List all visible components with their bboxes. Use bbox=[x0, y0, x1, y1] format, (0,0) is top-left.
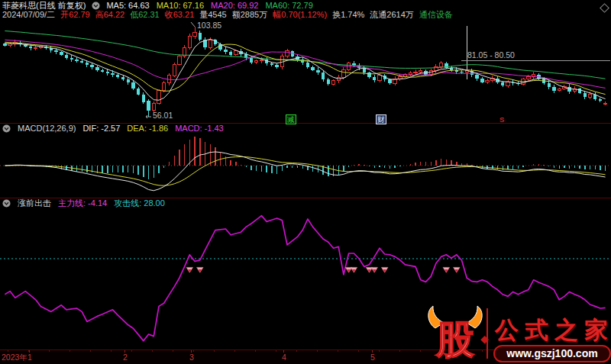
axis-minor-tick bbox=[338, 350, 338, 352]
axis-month-label: 3 bbox=[189, 353, 194, 362]
axis-minor-tick bbox=[152, 350, 153, 352]
diamond-marker bbox=[197, 267, 203, 272]
indicator-title: 涨前出击 bbox=[18, 198, 51, 209]
axis-minor-tick bbox=[8, 350, 8, 352]
axis-minor-tick bbox=[234, 350, 235, 352]
watermark-site-name: 公式之家 bbox=[495, 314, 611, 346]
diamond-marker bbox=[382, 267, 388, 272]
daily-info-bar: 2024/07/09/二开62.79高64.22低62.31收63.21量454… bbox=[2, 10, 453, 19]
macd-readout: MACD: -1.43 bbox=[175, 124, 224, 133]
axis-month-label: 1 bbox=[27, 353, 32, 362]
dif-line bbox=[5, 152, 605, 191]
diamond-markers bbox=[186, 267, 460, 272]
gu-character: 股 bbox=[435, 317, 474, 362]
diamond-separator-icon: ◆ bbox=[480, 333, 489, 345]
axis-minor-tick bbox=[399, 350, 400, 352]
bull-logo: 股 bbox=[423, 304, 487, 364]
axis-month-label: 5 bbox=[370, 353, 375, 362]
axis-minor-tick bbox=[90, 350, 91, 352]
axis-tick bbox=[29, 350, 30, 353]
gap-zone-label: 81.05 - 80.50 bbox=[467, 50, 515, 60]
macd-title: MACD(12,26,9) bbox=[18, 124, 76, 133]
gongji-readout: 攻击线: 28.00 bbox=[114, 198, 165, 209]
axis-minor-tick bbox=[379, 350, 380, 352]
collapse-macd-pane-icon[interactable] bbox=[2, 124, 11, 133]
indicator-pane-header: 涨前出击 主力线: -4.14 攻击线: 28.00 bbox=[2, 198, 165, 208]
trough-price-label: 56.01 bbox=[153, 111, 173, 120]
signal-marker: 财 bbox=[376, 114, 386, 124]
axis-minor-tick bbox=[317, 350, 318, 352]
macd-histogram bbox=[5, 137, 605, 179]
diamond-marker bbox=[186, 267, 192, 272]
axis-minor-tick bbox=[276, 350, 276, 352]
ma10-line bbox=[5, 42, 605, 94]
axis-minor-tick bbox=[420, 350, 421, 352]
axis-minor-tick bbox=[173, 350, 173, 352]
diamond-icon bbox=[600, 3, 609, 13]
axis-minor-tick bbox=[193, 350, 194, 352]
signal-marker: 减 bbox=[286, 114, 296, 124]
axis-month-label: 4 bbox=[282, 353, 286, 362]
dea-line bbox=[5, 156, 605, 185]
dif-readout: DIF: -2.57 bbox=[82, 124, 120, 133]
info-token: 低62.31 bbox=[130, 9, 160, 21]
axis-month-label: 2 bbox=[123, 353, 128, 362]
axis-minor-tick bbox=[111, 350, 112, 352]
info-token: 换1.74% bbox=[332, 9, 364, 21]
info-token: 开62.79 bbox=[60, 9, 90, 21]
diamond-marker bbox=[371, 267, 377, 272]
ma5-line bbox=[5, 39, 605, 100]
dea-readout: DEA: -1.86 bbox=[127, 124, 168, 133]
axis-minor-tick bbox=[214, 350, 215, 352]
axis-minor-tick bbox=[49, 350, 50, 352]
macd-pane-header: MACD(12,26,9) DIF: -2.57 DEA: -1.86 MACD… bbox=[2, 124, 224, 133]
axis-minor-tick bbox=[296, 350, 297, 352]
ma60-line bbox=[5, 31, 605, 79]
collapse-indicator-pane-icon[interactable] bbox=[2, 199, 11, 208]
axis-minor-tick bbox=[255, 350, 256, 352]
axis-tick bbox=[372, 350, 373, 353]
axis-tick bbox=[283, 350, 284, 353]
diamond-marker bbox=[454, 267, 460, 272]
info-token: 流通2614万 bbox=[370, 9, 413, 21]
axis-minor-tick bbox=[28, 350, 29, 352]
axis-minor-tick bbox=[358, 350, 359, 352]
signal-marker: S bbox=[499, 115, 505, 124]
peak-price-label: 103.85 bbox=[197, 21, 221, 30]
info-token: 通信设备 bbox=[419, 9, 453, 21]
axis-minor-tick bbox=[131, 350, 132, 352]
diamond-marker bbox=[351, 267, 357, 272]
axis-year-label: 2023年 bbox=[2, 353, 27, 363]
zhuli-readout: 主力线: -4.14 bbox=[58, 198, 107, 209]
axis-minor-tick bbox=[70, 350, 70, 352]
stock-chart-window: 菲菱科思(日线 前复权) MA5: 64.63MA10: 67.16MA20: … bbox=[0, 0, 611, 364]
axis-tick bbox=[124, 350, 125, 353]
main-candlestick-chart[interactable] bbox=[0, 20, 611, 123]
info-token: 幅0.70(1.12%) bbox=[273, 9, 327, 21]
info-token: 2024/07/09/二 bbox=[2, 9, 55, 21]
diamond-marker bbox=[443, 267, 449, 272]
watermark-url: www.gszj100.com bbox=[493, 345, 611, 362]
info-token: 量4545 bbox=[199, 9, 226, 21]
macd-chart[interactable] bbox=[0, 134, 611, 197]
info-token: 高64.22 bbox=[95, 9, 125, 21]
axis-tick bbox=[191, 350, 192, 353]
info-token: 收63.21 bbox=[165, 9, 195, 21]
info-token: 额2885万 bbox=[232, 9, 267, 21]
